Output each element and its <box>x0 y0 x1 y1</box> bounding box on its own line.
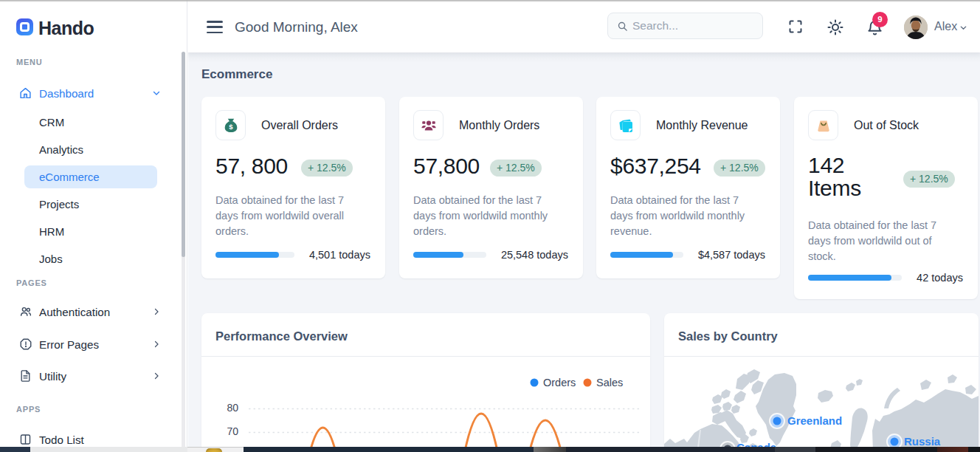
svg-text:Sales: Sales <box>596 377 623 388</box>
svg-text:70: 70 <box>227 425 238 437</box>
svg-text:$: $ <box>229 122 233 130</box>
svg-text:Russia: Russia <box>904 435 941 448</box>
svg-text:80: 80 <box>227 402 238 414</box>
svg-text:Orders: Orders <box>543 377 576 388</box>
svg-text:Greenland: Greenland <box>787 414 842 427</box>
